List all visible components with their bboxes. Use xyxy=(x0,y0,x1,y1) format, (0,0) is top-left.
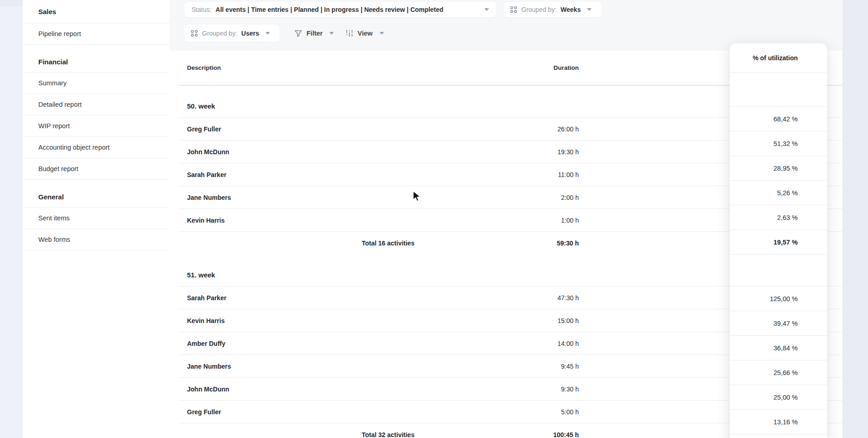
utilization-panel-body: 68,42 %51,32 %28,95 %5,26 %2,63 %19,57 %… xyxy=(730,73,827,438)
sidebar-item-label: WIP report xyxy=(38,122,70,130)
caret-down-icon xyxy=(329,32,334,35)
grid-icon xyxy=(191,30,198,37)
utilization-cell: 25,66 % xyxy=(730,360,827,385)
status-label: Status: xyxy=(192,6,212,13)
sidebar-item-label: Budget report xyxy=(38,165,78,172)
utilization-total-cell xyxy=(730,434,827,438)
utilization-spacer-cell xyxy=(730,73,827,107)
row-user-name: Jane Numbers xyxy=(179,194,231,201)
sidebar-item-summary[interactable]: Summary xyxy=(23,73,170,94)
grouped-by-label: Grouped by: xyxy=(521,6,556,13)
filter-label: Filter xyxy=(307,30,322,37)
view-button[interactable]: View xyxy=(345,25,384,42)
row-duration: 9:45 h xyxy=(561,363,579,370)
caret-down-icon xyxy=(265,32,270,35)
left-rail-top-edge xyxy=(0,0,23,6)
sidebar-item-web-forms[interactable]: Web forms xyxy=(23,229,170,250)
grouped-by-label: Grouped by: xyxy=(202,30,237,37)
column-header-description[interactable]: Description xyxy=(179,64,221,71)
utilization-total-cell: 19,57 % xyxy=(730,230,827,255)
status-filter-dropdown[interactable]: Status: All events | Time entries | Plan… xyxy=(184,2,496,17)
utilization-cell: 51,32 % xyxy=(730,131,827,156)
grouped-by-value: Weeks xyxy=(561,6,581,13)
row-duration: 1:00 h xyxy=(561,217,579,224)
row-user-name: Kevin Harris xyxy=(179,317,224,324)
row-user-name: Kevin Harris xyxy=(179,217,224,224)
sidebar-item-label: Summary xyxy=(38,79,67,87)
row-duration: 47:30 h xyxy=(557,294,579,302)
group-title: 51. week xyxy=(179,271,215,279)
caret-down-icon xyxy=(379,32,384,35)
sidebar-item-sent-items[interactable]: Sent items xyxy=(23,208,170,229)
funnel-icon xyxy=(294,29,302,37)
group-total-label: Total 32 activities xyxy=(362,431,415,438)
view-label: View xyxy=(358,30,373,37)
utilization-cell: 39,47 % xyxy=(730,311,827,336)
sidebar: SalesPipeline reportFinancialSummaryDeta… xyxy=(23,0,170,438)
sidebar-item-label: Detailed report xyxy=(38,101,82,108)
sidebar-item-pipeline-report[interactable]: Pipeline report xyxy=(23,23,170,45)
utilization-cell: 2,63 % xyxy=(730,205,827,230)
row-user-name: Amber Duffy xyxy=(179,340,225,347)
row-duration: 9:30 h xyxy=(561,386,579,393)
sidebar-item-label: Web forms xyxy=(38,236,70,243)
utilization-cell: 28,95 % xyxy=(730,156,827,181)
left-rail xyxy=(0,0,23,438)
group-total-duration: 100:45 h xyxy=(553,431,579,438)
row-user-name: Greg Fuller xyxy=(179,408,221,416)
sidebar-section-heading-label: Financial xyxy=(38,58,68,66)
sidebar-item-label: Sent items xyxy=(38,214,70,222)
sidebar-item-detailed-report[interactable]: Detailed report xyxy=(23,94,170,115)
caret-down-icon xyxy=(484,8,489,11)
sidebar-item-wip-report[interactable]: WIP report xyxy=(23,115,170,137)
sliders-icon xyxy=(345,29,353,37)
utilization-cell: 36,84 % xyxy=(730,336,827,360)
group-total-duration: 59:30 h xyxy=(557,240,579,247)
grid-icon xyxy=(510,6,517,13)
row-user-name: John McDunn xyxy=(179,386,229,393)
sidebar-item-accounting-object-report[interactable]: Accounting object report xyxy=(23,137,170,158)
scrollbar-gutter xyxy=(842,0,868,438)
utilization-cell: 13,16 % xyxy=(730,410,827,434)
utilization-cell: 125,00 % xyxy=(730,287,827,311)
row-duration: 15:00 h xyxy=(557,317,579,324)
grouped-by-weeks-dropdown[interactable]: Grouped by: Weeks xyxy=(504,2,602,17)
status-value: All events | Time entries | Planned | In… xyxy=(216,6,443,13)
utilization-panel-header[interactable]: % of utilization xyxy=(730,43,827,73)
sidebar-item-budget-report[interactable]: Budget report xyxy=(23,158,170,180)
group-title: 50. week xyxy=(179,102,215,110)
row-user-name: Jane Numbers xyxy=(179,363,231,370)
utilization-cell: 25,00 % xyxy=(730,385,827,410)
sidebar-section-heading: Financial xyxy=(23,45,170,73)
sidebar-section-heading: Sales xyxy=(23,0,170,23)
row-duration: 19:30 h xyxy=(557,148,579,156)
grouped-by-users-dropdown[interactable]: Grouped by: Users xyxy=(184,25,280,42)
column-header-duration[interactable]: Duration xyxy=(554,64,579,71)
row-user-name: Greg Fuller xyxy=(179,125,221,133)
row-user-name: John McDunn xyxy=(179,148,229,156)
row-duration: 11:00 h xyxy=(558,171,579,178)
row-duration: 5:00 h xyxy=(561,408,579,416)
sidebar-section-heading-label: Sales xyxy=(38,8,56,16)
row-duration: 2:00 h xyxy=(561,194,579,201)
row-duration: 26:00 h xyxy=(557,125,579,133)
sidebar-item-label: Pipeline report xyxy=(38,30,81,37)
row-user-name: Sarah Parker xyxy=(179,171,226,178)
caret-down-icon xyxy=(587,8,592,11)
utilization-spacer-cell xyxy=(730,255,827,287)
utilization-panel[interactable]: % of utilization 68,42 %51,32 %28,95 %5,… xyxy=(730,43,827,438)
grouped-by-value: Users xyxy=(241,30,259,37)
filter-button[interactable]: Filter xyxy=(294,25,334,42)
row-user-name: Sarah Parker xyxy=(179,294,226,302)
group-total-label: Total 16 activities xyxy=(362,240,415,247)
sidebar-section-heading-label: General xyxy=(38,193,64,201)
utilization-cell: 68,42 % xyxy=(730,107,827,131)
sidebar-item-label: Accounting object report xyxy=(38,144,109,151)
sidebar-section-heading: General xyxy=(23,180,170,208)
utilization-cell: 5,26 % xyxy=(730,181,827,205)
row-duration: 14:00 h xyxy=(557,340,579,347)
